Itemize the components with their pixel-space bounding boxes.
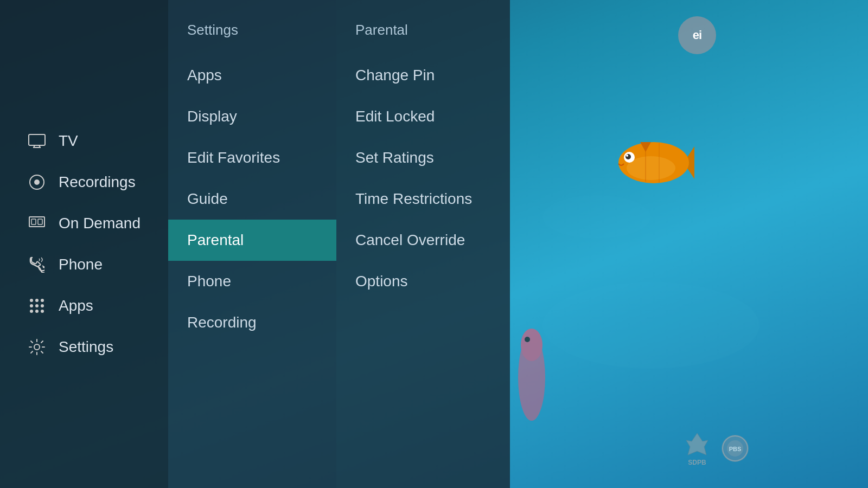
svg-point-29 xyxy=(35,299,39,302)
svg-point-1 xyxy=(542,195,651,239)
svg-point-8 xyxy=(626,154,631,159)
phone-icon xyxy=(27,256,47,273)
sidebar-item-label-tv: TV xyxy=(59,132,78,150)
parental-item-options[interactable]: Options xyxy=(336,261,510,302)
recordings-icon xyxy=(27,174,47,190)
bottom-logos-area: SDPB PBS xyxy=(684,431,749,466)
parental-item-cancel-override[interactable]: Cancel Override xyxy=(336,220,510,261)
svg-rect-26 xyxy=(31,219,36,224)
svg-point-0 xyxy=(542,282,760,369)
svg-point-9 xyxy=(626,155,628,157)
svg-point-30 xyxy=(41,299,44,302)
left-navigation: TV Recordings On Demand xyxy=(0,0,168,488)
svg-point-35 xyxy=(35,310,39,313)
on-demand-icon xyxy=(27,216,47,230)
svg-point-31 xyxy=(30,304,33,307)
parental-item-set-ratings[interactable]: Set Ratings xyxy=(336,137,510,178)
sidebar-item-tv[interactable]: TV xyxy=(22,123,168,159)
svg-point-28 xyxy=(30,299,33,302)
sidebar-item-label-apps: Apps xyxy=(59,297,93,314)
tv-icon xyxy=(27,134,47,148)
svg-marker-15 xyxy=(686,433,708,455)
settings-item-parental[interactable]: Parental xyxy=(168,220,336,261)
parental-panel: Parental Change Pin Edit Locked Set Rati… xyxy=(336,0,510,488)
parental-panel-header: Parental xyxy=(336,11,510,55)
sidebar-item-label-recordings: Recordings xyxy=(59,174,136,191)
settings-item-display[interactable]: Display xyxy=(168,96,336,137)
svg-rect-19 xyxy=(29,134,45,145)
svg-point-34 xyxy=(30,310,33,313)
settings-panel: Settings Apps Display Edit Favorites Gui… xyxy=(168,0,336,488)
pbs-logo: PBS xyxy=(722,435,749,462)
svg-text:PBS: PBS xyxy=(729,446,742,452)
fish-decoration xyxy=(608,136,694,192)
svg-point-36 xyxy=(41,310,44,313)
apps-icon xyxy=(27,298,47,314)
sidebar-item-phone[interactable]: Phone xyxy=(22,246,168,283)
settings-item-apps[interactable]: Apps xyxy=(168,55,336,96)
svg-point-33 xyxy=(41,304,44,307)
sidebar-item-apps[interactable]: Apps xyxy=(22,287,168,324)
ei-logo: ei xyxy=(678,16,716,54)
svg-point-2 xyxy=(727,76,792,141)
settings-icon xyxy=(27,339,47,355)
sidebar-item-settings[interactable]: Settings xyxy=(22,329,168,365)
ei-logo-area: ei xyxy=(678,16,716,54)
sdpb-logo: SDPB xyxy=(684,431,711,466)
parental-item-time-restrictions[interactable]: Time Restrictions xyxy=(336,178,510,220)
settings-item-recording[interactable]: Recording xyxy=(168,302,336,343)
sidebar-item-label-on-demand: On Demand xyxy=(59,215,141,232)
svg-point-24 xyxy=(34,179,40,185)
settings-item-phone[interactable]: Phone xyxy=(168,261,336,302)
settings-item-guide[interactable]: Guide xyxy=(168,178,336,220)
svg-rect-27 xyxy=(38,219,42,224)
parental-item-change-pin[interactable]: Change Pin xyxy=(336,55,510,96)
pink-creature-decoration xyxy=(510,323,553,434)
sidebar-item-on-demand[interactable]: On Demand xyxy=(22,205,168,242)
svg-point-13 xyxy=(521,329,542,361)
sidebar-item-label-settings: Settings xyxy=(59,338,113,356)
svg-point-32 xyxy=(35,304,39,307)
sidebar-item-label-phone: Phone xyxy=(59,256,103,273)
svg-point-37 xyxy=(34,344,40,350)
settings-panel-header: Settings xyxy=(168,11,336,55)
svg-point-14 xyxy=(525,337,530,342)
sidebar-item-recordings[interactable]: Recordings xyxy=(22,164,168,201)
settings-item-edit-favorites[interactable]: Edit Favorites xyxy=(168,137,336,178)
parental-item-edit-locked[interactable]: Edit Locked xyxy=(336,96,510,137)
